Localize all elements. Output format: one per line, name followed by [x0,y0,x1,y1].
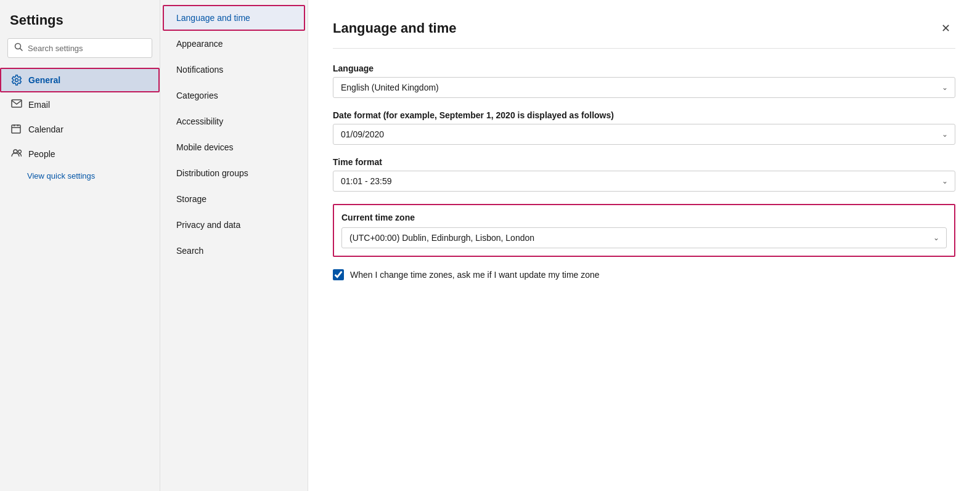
time-format-select[interactable]: 01:01 - 23:59 1:01 AM - 11:59 PM [333,171,955,192]
date-format-select-wrapper: 01/09/2020 09/01/2020 2020/09/01 ⌄ [333,124,955,145]
time-format-select-wrapper: 01:01 - 23:59 1:01 AM - 11:59 PM ⌄ [333,171,955,192]
submenu-item-privacy-and-data[interactable]: Privacy and data [163,212,305,238]
timezone-label: Current time zone [341,213,947,222]
timezone-checkbox-row: When I change time zones, ask me if I wa… [333,269,955,280]
submenu-item-notifications[interactable]: Notifications [163,57,305,83]
svg-line-1 [20,49,23,51]
main-content: Language and time ✕ Language English (Un… [308,0,980,491]
date-format-section: Date format (for example, September 1, 2… [333,110,955,145]
people-icon [11,148,22,160]
timezone-checkbox-label: When I change time zones, ask me if I wa… [350,270,600,280]
svg-rect-3 [12,125,20,133]
submenu-item-accessibility[interactable]: Accessibility [163,108,305,134]
close-button[interactable]: ✕ [936,18,955,38]
submenu-item-categories[interactable]: Categories [163,83,305,108]
search-icon [14,43,23,54]
submenu-item-appearance[interactable]: Appearance [163,31,305,57]
timezone-checkbox[interactable] [333,269,344,280]
calendar-icon [11,124,22,135]
sidebar-item-general-label: General [28,75,60,85]
main-header: Language and time ✕ [333,18,955,49]
language-label: Language [333,63,955,73]
sidebar-item-calendar[interactable]: Calendar [0,117,160,142]
sidebar: Settings Search settings General [0,0,160,491]
sidebar-item-calendar-label: Calendar [28,124,63,134]
search-placeholder: Search settings [28,44,83,53]
submenu-item-mobile-devices[interactable]: Mobile devices [163,134,305,160]
time-format-section: Time format 01:01 - 23:59 1:01 AM - 11:5… [333,157,955,192]
language-select[interactable]: English (United Kingdom) English (United… [333,77,955,98]
submenu-item-distribution-groups[interactable]: Distribution groups [163,160,305,186]
search-box[interactable]: Search settings [7,38,152,58]
main-title: Language and time [333,20,456,36]
gear-icon [11,75,22,86]
sidebar-item-email[interactable]: Email [0,92,160,117]
language-section: Language English (United Kingdom) Englis… [333,63,955,98]
timezone-section: Current time zone (UTC+00:00) Dublin, Ed… [333,204,955,257]
svg-point-8 [18,150,22,153]
timezone-select[interactable]: (UTC+00:00) Dublin, Edinburgh, Lisbon, L… [341,227,947,248]
submenu-item-language-and-time[interactable]: Language and time [163,5,305,31]
submenu: Language and time Appearance Notificatio… [160,0,308,491]
svg-rect-2 [12,100,22,107]
date-format-select[interactable]: 01/09/2020 09/01/2020 2020/09/01 [333,124,955,145]
timezone-select-wrapper: (UTC+00:00) Dublin, Edinburgh, Lisbon, L… [341,227,947,248]
sidebar-item-general[interactable]: General [0,68,160,92]
view-quick-settings-link[interactable]: View quick settings [0,166,160,185]
submenu-item-search[interactable]: Search [163,238,305,264]
app-title: Settings [0,12,160,38]
email-icon [11,99,22,110]
sidebar-item-people-label: People [28,149,55,159]
sidebar-item-email-label: Email [28,100,50,110]
time-format-label: Time format [333,157,955,167]
sidebar-item-people[interactable]: People [0,142,160,166]
language-select-wrapper: English (United Kingdom) English (United… [333,77,955,98]
settings-container: Settings Search settings General [0,0,980,491]
submenu-item-storage[interactable]: Storage [163,186,305,212]
date-format-label: Date format (for example, September 1, 2… [333,110,955,120]
